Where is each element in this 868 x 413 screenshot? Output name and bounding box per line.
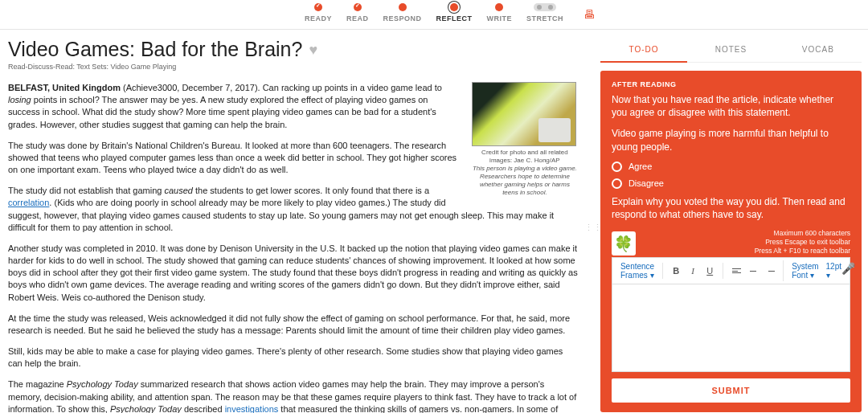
statement-text: Video game playing is more harmful than … [612,127,850,153]
favorite-icon[interactable]: ♥ [309,42,317,59]
sentence-frames-dropdown[interactable]: Sentence Frames ▾ [617,260,657,281]
step-read[interactable]: READ [346,3,369,22]
article-body: Credit for photo and all related images:… [8,82,578,413]
paragraph: At the time the study was released, Weis… [8,313,578,337]
font-dropdown[interactable]: System Font ▾ [788,260,821,281]
header-divider [0,29,868,30]
radio-icon [612,178,622,189]
image-credit: Credit for photo and all related images:… [472,149,578,165]
editor-toolbar: Sentence Frames ▾ B I U System Font ▾ 12… [612,257,850,284]
paragraph: Another study was completed in 2010. It … [8,243,578,304]
breadcrumb: Read-Discuss-Read: Text Sets: Video Game… [8,63,578,71]
step-reflect[interactable]: REFLECT [436,3,473,22]
italic-button[interactable]: I [685,263,701,279]
article-image [472,82,576,146]
article-figure: Credit for photo and all related images:… [472,82,578,197]
radio-disagree[interactable]: Disagree [612,178,850,189]
bold-button[interactable]: B [668,263,684,279]
image-caption: This person is playing a video game. Res… [472,165,578,197]
paragraph: Still, kids may be able to make a case f… [8,346,578,370]
link-correlation[interactable]: correlation [8,198,49,207]
underline-button[interactable]: U [702,263,718,279]
step-respond[interactable]: RESPOND [383,3,422,22]
tab-vocab[interactable]: VOCAB [775,38,862,62]
radio-icon [612,162,622,172]
radio-label: Agree [628,162,652,171]
step-stretch[interactable]: STRETCH [526,3,563,22]
page-title: Video Games: Bad for the Brain? [8,38,302,61]
progress-stepper: READY READ RESPOND REFLECT WRITE STRETCH… [0,0,868,24]
align-right-button[interactable] [762,263,778,279]
editor-hints: Maximum 600 characters Press Escape to e… [755,229,850,256]
link-investigations[interactable]: investigations [225,404,279,413]
paragraph: The magazine Psychology Today summarized… [8,378,578,413]
align-left-button[interactable] [728,263,744,279]
step-ready[interactable]: READY [305,3,332,22]
reflection-card: AFTER READING Now that you have read the… [600,71,862,412]
user-avatar: 🍀 [612,231,636,256]
radio-agree[interactable]: Agree [612,162,850,172]
column-resize-handle[interactable]: ⋮⋮ [589,38,597,233]
radio-label: Disagree [628,178,664,188]
print-icon[interactable]: 🖶 [583,8,595,21]
microphone-icon[interactable]: 🎤 [841,262,855,275]
after-reading-label: AFTER READING [612,80,850,88]
step-write[interactable]: WRITE [487,3,513,22]
explain-prompt: Explain why you voted the way you did. T… [612,195,850,221]
tab-notes[interactable]: NOTES [687,38,774,62]
response-textarea[interactable] [612,284,850,372]
tab-todo[interactable]: TO-DO [600,38,687,63]
submit-button[interactable]: SUBMIT [612,378,850,403]
instruction-text: Now that you have read the article, indi… [612,93,850,119]
align-center-button[interactable] [745,263,761,279]
right-tabs: TO-DO NOTES VOCAB [600,38,862,63]
